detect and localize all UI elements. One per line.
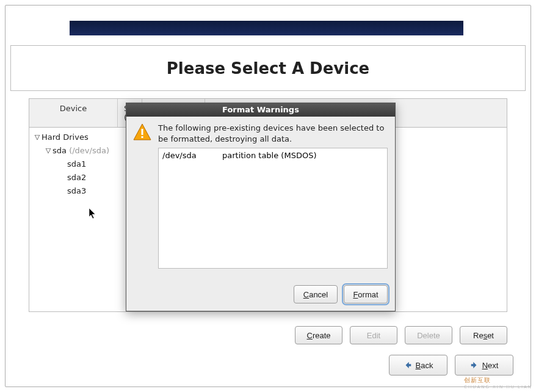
- dialog-device-list[interactable]: /dev/sda partition table (MSDOS): [158, 148, 388, 269]
- reset-button[interactable]: Reset: [460, 326, 507, 344]
- next-button[interactable]: Next: [455, 355, 513, 376]
- dialog-title: Format Warnings: [126, 103, 395, 117]
- page-title: Please Select A Device: [167, 59, 369, 78]
- dialog-message: The following pre-existing devices have …: [158, 123, 388, 144]
- expand-icon[interactable]: ▽: [44, 147, 53, 154]
- col-device[interactable]: Device: [29, 99, 118, 127]
- list-item[interactable]: /dev/sda partition table (MSDOS): [162, 151, 383, 160]
- expand-icon[interactable]: ▽: [33, 133, 42, 141]
- create-button[interactable]: Create: [295, 326, 342, 344]
- format-warnings-dialog: Format Warnings The following pre-existi…: [126, 103, 396, 311]
- cancel-button[interactable]: Cancel: [294, 285, 338, 303]
- svg-rect-1: [142, 136, 143, 138]
- back-button[interactable]: Back: [389, 355, 447, 376]
- edit-button: Edit: [350, 326, 397, 344]
- nav-button-row: Back Next: [389, 355, 513, 376]
- arrow-right-icon: [470, 361, 479, 369]
- format-button[interactable]: Format: [344, 285, 388, 303]
- list-device: /dev/sda: [162, 151, 222, 160]
- disk-name: sda: [53, 146, 67, 155]
- header-banner: [70, 21, 463, 35]
- warning-icon: [132, 123, 152, 142]
- arrow-left-icon: [404, 361, 412, 369]
- action-button-row: Create Edit Delete Reset: [29, 323, 507, 347]
- dialog-button-row: Cancel Format: [294, 285, 388, 303]
- svg-rect-0: [142, 129, 143, 135]
- delete-button: Delete: [405, 326, 452, 344]
- disk-path: (/dev/sda): [69, 146, 109, 155]
- title-panel: Please Select A Device: [10, 45, 526, 91]
- list-detail: partition table (MSDOS): [222, 151, 316, 160]
- tree-root-label: Hard Drives: [42, 132, 121, 142]
